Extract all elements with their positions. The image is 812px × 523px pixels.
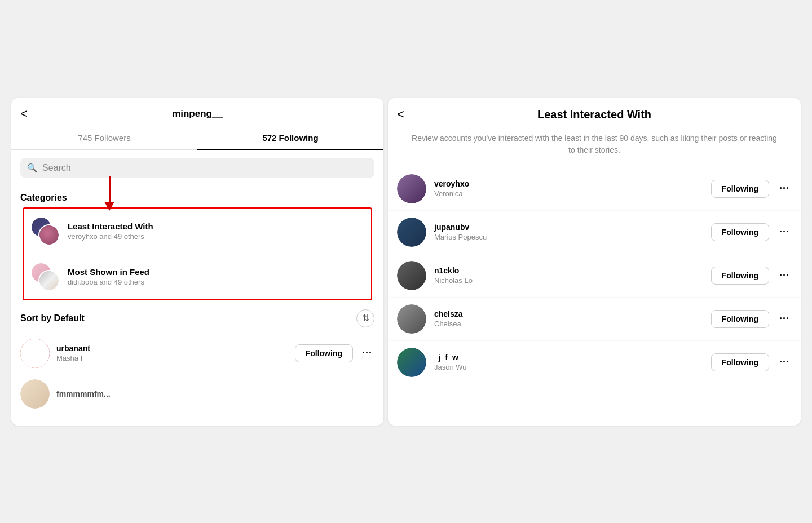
more-menu-chelsza[interactable]: ··· [777,313,792,325]
following-button-jfw[interactable]: Following [711,353,769,371]
right-description: Review accounts you've interacted with t… [388,128,801,167]
user-item-jupanubv: jupanubv Marius Popescu Following ··· [388,210,801,254]
user-item-veroyhxo: veroyhxo Veronica Following ··· [388,167,801,210]
sort-label: Sort by Default [20,313,85,323]
categories-section: Categories [11,186,383,300]
sort-toggle-button[interactable]: ⇅ [356,309,374,327]
user-info-second: fmmmmmfm... [56,389,374,398]
user-name-veroyhxo: Veronica [434,189,703,198]
right-user-list: veroyhxo Veronica Following ··· jupanubv… [388,167,801,384]
user-name-jupanubv: Marius Popescu [434,233,703,241]
user-item-chelsza: chelsza Chelsea Following ··· [388,297,801,340]
user-item-jfw: _j_f_w_ Jason Wu Following ··· [388,340,801,384]
categories-label: Categories [11,186,383,207]
avatar-n1cklo [397,261,426,290]
more-menu-jfw[interactable]: ··· [777,356,792,368]
right-back-button[interactable]: < [397,107,404,122]
category-avatar-front-1 [38,224,60,246]
following-button-jupanubv[interactable]: Following [711,223,769,241]
user-handle-second: fmmmmmfm... [56,389,374,398]
categories-box: Least Interacted With veroyhxo and 49 ot… [23,207,372,300]
category-subtitle-1: veroyhxo and 49 others [68,232,153,241]
user-info-jfw: _j_f_w_ Jason Wu [434,353,703,371]
tab-followers[interactable]: 745 Followers [11,126,197,149]
category-item-most-shown[interactable]: Most Shown in Feed didi.boba and 49 othe… [24,254,371,299]
red-arrow [104,176,114,211]
user-item-urbanant: urbanant Masha I Following ··· [11,333,383,374]
user-handle-jupanubv: jupanubv [434,223,703,232]
category-avatars-1 [30,216,60,246]
user-handle-veroyhxo: veroyhxo [434,179,703,188]
more-menu-n1cklo[interactable]: ··· [777,269,792,281]
left-header: < minpeng__ [11,98,383,126]
avatar-chelsza [397,304,426,334]
user-handle-jfw: _j_f_w_ [434,353,703,362]
avatar-ring-urbanant [20,339,50,368]
user-info-jupanubv: jupanubv Marius Popescu [434,223,703,241]
avatar-second [20,379,50,409]
avatar-jupanubv [397,218,426,247]
sort-row: Sort by Default ⇅ [11,300,383,333]
category-text-2: Most Shown in Feed didi.boba and 49 othe… [68,267,149,286]
search-bar[interactable]: 🔍 Search [20,158,374,178]
left-panel-title: minpeng__ [172,108,223,119]
avatar-veroyhxo [397,174,426,203]
user-handle-chelsza: chelsza [434,309,703,318]
user-handle-n1cklo: n1cklo [434,266,703,275]
right-panel-title: Least Interacted With [537,108,651,121]
right-header: < Least Interacted With [388,98,801,128]
category-subtitle-2: didi.boba and 49 others [68,278,149,286]
search-placeholder: Search [42,163,368,173]
user-name-jfw: Jason Wu [434,363,703,371]
user-info-urbanant: urbanant Masha I [56,344,288,362]
category-avatars-2 [30,262,60,291]
user-handle-urbanant: urbanant [56,344,288,353]
user-info-n1cklo: n1cklo Nicholas Lo [434,266,703,285]
left-user-list: urbanant Masha I Following ··· fmmmmmfm.… [11,333,383,414]
more-menu-veroyhxo[interactable]: ··· [777,183,792,194]
user-name-urbanant: Masha I [56,354,288,362]
category-avatar-front-2 [38,270,60,291]
category-item-least-interacted[interactable]: Least Interacted With veroyhxo and 49 ot… [24,209,371,254]
screens-container: < minpeng__ 745 Followers 572 Following … [11,98,801,426]
left-tabs: 745 Followers 572 Following [11,126,383,150]
following-button-urbanant[interactable]: Following [295,344,353,362]
left-back-button[interactable]: < [20,107,28,121]
avatar-jfw [397,348,426,377]
right-panel: < Least Interacted With Review accounts … [388,98,801,426]
following-button-n1cklo[interactable]: Following [711,267,769,285]
following-button-veroyhxo[interactable]: Following [711,180,769,198]
category-text-1: Least Interacted With veroyhxo and 49 ot… [68,221,153,241]
user-name-chelsza: Chelsea [434,320,703,328]
tab-following[interactable]: 572 Following [197,126,383,149]
more-menu-urbanant[interactable]: ··· [360,347,374,359]
user-item-n1cklo: n1cklo Nicholas Lo Following ··· [388,254,801,297]
more-menu-jupanubv[interactable]: ··· [777,226,792,238]
category-title-2: Most Shown in Feed [68,267,149,277]
category-title-1: Least Interacted With [68,221,153,231]
user-item-second: fmmmmmfm... [11,374,383,414]
avatar-urbanant [20,339,50,368]
user-info-chelsza: chelsza Chelsea [434,309,703,328]
left-panel: < minpeng__ 745 Followers 572 Following … [11,98,383,426]
user-name-n1cklo: Nicholas Lo [434,276,703,285]
following-button-chelsza[interactable]: Following [711,310,769,328]
user-info-veroyhxo: veroyhxo Veronica [434,179,703,198]
search-icon: 🔍 [27,163,38,173]
